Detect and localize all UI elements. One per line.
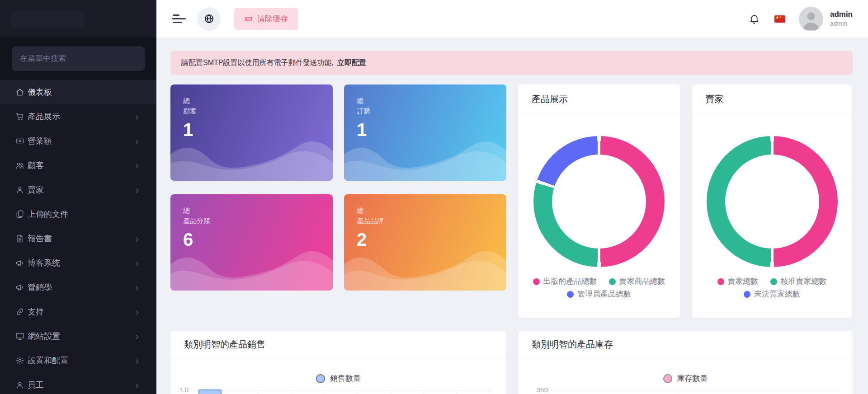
legend-label: 出版的產品總數 [543,277,597,286]
sidebar-item-1[interactable]: 產品展示 [0,104,156,129]
bottom-charts: 類別明智的產品銷售 銷售數量 1.0 類別明智的產品庫存 庫存數量 [170,331,853,394]
bar-chart[interactable]: 350 [518,390,853,394]
sidebar-item-7[interactable]: 博客系统 [0,251,156,275]
legend-dot-icon [533,278,540,285]
legend-label: 管理員產品總數 [577,290,631,299]
sidebar-item-4[interactable]: 賣家 [0,178,156,202]
monitor-icon [15,332,24,341]
stat-cards: 總顧客1總訂購1總產品分類6總產品品牌2 [170,84,506,318]
alert-message: 請配置SMTP設置以使用所有電子郵件發送功能, [181,58,334,68]
chevron-right-icon [134,138,140,144]
legend-dot-icon [744,291,750,298]
sidebar-item-label: 產品展示 [28,111,134,122]
wave-decoration [170,136,333,181]
card-title: 類別明智的產品銷售 [170,331,506,358]
banknote-icon [15,136,24,145]
donut-chart[interactable] [533,136,665,267]
sidebar-item-10[interactable]: 網站設置 [0,324,156,348]
legend-item[interactable]: 出版的產品總數 [533,277,597,286]
legend-label: 賣家總數 [728,277,759,286]
sidebar-item-11[interactable]: 設置和配置 [0,348,156,373]
sidebar-item-label: 網站設置 [28,331,134,342]
megaphone-icon [15,258,24,267]
legend-dot-icon [609,278,616,285]
app-logo[interactable] [11,10,84,28]
category-stock-card: 類別明智的產品庫存 庫存數量 350 [518,331,853,394]
user-role: admin [830,19,853,28]
avatar [799,7,823,31]
stat-card-3[interactable]: 總產品品牌2 [344,194,506,291]
stat-value: 1 [357,120,506,140]
home-icon [15,88,24,97]
sidebar-item-0[interactable]: 儀表板 [0,80,156,104]
legend-label: 銷售數量 [330,373,361,384]
chevron-right-icon [134,309,140,315]
chevron-right-icon [134,382,140,388]
notifications-button[interactable] [749,13,760,24]
stat-card-2[interactable]: 總產品分類6 [170,194,333,291]
chevron-right-icon [134,113,140,120]
legend-item[interactable]: 核准賣家總數 [770,277,827,286]
content: 請配置SMTP設置以使用所有電子郵件發送功能, 立即配置 總顧客1總訂購1總產品… [156,38,868,394]
sidebar-item-label: 設置和配置 [28,355,134,366]
chevron-right-icon [134,260,140,266]
sidebar-item-2[interactable]: 營業額 [0,129,156,153]
language-button[interactable] [197,7,221,31]
user-menu[interactable]: admin admin [799,7,853,31]
sidebar-item-5[interactable]: 上傳的文件 [0,202,156,226]
clear-cache-button[interactable]: 清除缓存 [234,8,298,30]
chevron-right-icon [134,235,140,242]
wave-decoration [170,245,333,291]
menu-search-input[interactable] [12,47,145,71]
legend-dot-icon [770,278,777,285]
stat-value: 2 [357,230,506,250]
legend-item[interactable]: 賣家商品總數 [609,277,665,286]
legend-dot-icon [567,291,574,298]
sidebar-item-3[interactable]: 顧客 [0,153,156,178]
hamburger-menu-icon[interactable] [172,12,186,25]
legend-item[interactable]: 管理員產品總數 [567,290,631,299]
sidebar-item-6[interactable]: 報告書 [0,226,156,251]
china-flag-icon[interactable]: ★★ [774,15,785,23]
chevron-right-icon [134,162,140,169]
category-sales-card: 類別明智的產品銷售 銷售數量 1.0 [170,331,506,394]
products-donut-card: 產品展示 出版的產品總數賣家商品總數管理員產品總數 [518,84,680,318]
sidebar-item-label: 報告書 [28,233,134,244]
legend-item[interactable]: 未決賣家總數 [744,290,800,299]
users-icon [15,161,24,170]
wave-decoration [344,136,506,181]
stat-card-0[interactable]: 總顧客1 [170,84,333,181]
configure-now-link[interactable]: 立即配置 [337,58,366,68]
user-icon [15,380,24,389]
globe-icon [204,14,214,24]
legend-label: 庫存數量 [677,373,708,384]
sidebar-item-8[interactable]: 營銷學 [0,275,156,300]
legend-marker-icon [663,374,672,383]
sidebar-item-label: 博客系统 [28,258,134,268]
sidebar-item-label: 上傳的文件 [28,209,140,220]
sellers-donut-card: 賣家 賣家總數核准賣家總數未決賣家總數 [692,84,852,318]
stat-label: 訂購 [357,106,506,116]
bar-segment[interactable] [198,389,222,394]
stat-label: 產品品牌 [357,216,506,226]
chevron-right-icon [134,333,140,339]
cart-icon [15,112,24,121]
sidebar-item-12[interactable]: 員工 [0,373,156,394]
sidebar-item-label: 賣家 [28,184,134,195]
stat-prefix: 總 [183,95,333,106]
stat-card-1[interactable]: 總訂購1 [344,84,506,181]
sidebar-item-9[interactable]: 支持 [0,300,156,324]
legend-item[interactable]: 賣家總數 [717,277,759,286]
dashboard-page: 儀表板產品展示營業額顧客賣家上傳的文件報告書博客系统營銷學支持網站設置設置和配置… [0,0,868,394]
donut-chart[interactable] [707,136,838,267]
bar-chart[interactable]: 1.0 [170,390,506,394]
hard-drive-icon [244,14,253,23]
legend-label: 核准賣家總數 [781,277,827,286]
stat-prefix: 總 [357,95,506,106]
card-title: 類別明智的產品庫存 [518,331,853,358]
sidebar-item-label: 員工 [28,380,134,390]
clear-cache-label: 清除缓存 [257,14,288,24]
legend-marker-icon [316,374,325,383]
legend-dot-icon [717,278,724,285]
sidebar-item-label: 支持 [28,306,134,317]
